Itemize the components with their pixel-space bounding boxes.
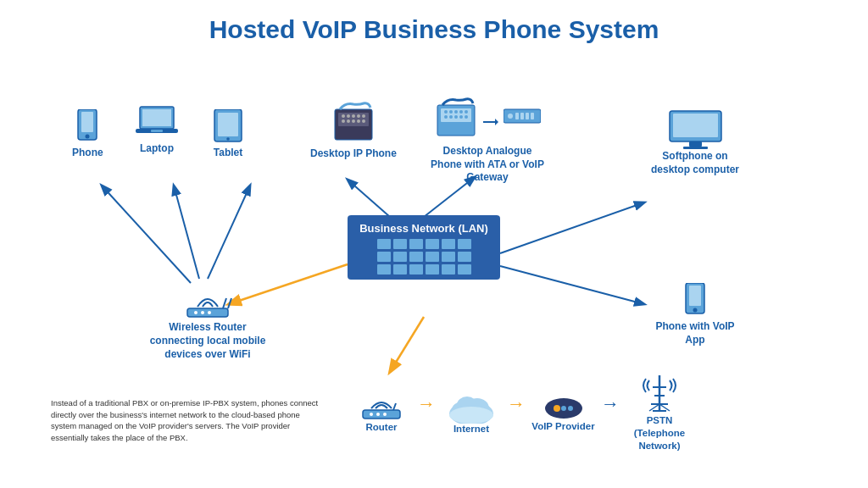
svg-point-76: [561, 406, 566, 411]
svg-point-25: [362, 114, 365, 118]
page-title: Hosted VoIP Business Phone System: [25, 15, 843, 44]
cloud-icon: [447, 390, 496, 424]
svg-point-37: [465, 110, 468, 114]
tablet-device: Tablet: [212, 109, 244, 158]
svg-point-23: [352, 114, 355, 118]
info-text-block: Instead of a traditional PBX or on-premi…: [51, 397, 322, 444]
svg-point-29: [357, 119, 360, 123]
voip-provider-icon: [542, 390, 586, 420]
svg-point-18: [226, 137, 230, 141]
softphone-device: Softphone on desktop computer: [644, 109, 746, 176]
voip-provider-item: VoIP Provider: [527, 390, 599, 433]
wireless-router: Wireless Router connecting local mobile …: [148, 283, 267, 362]
svg-point-24: [357, 114, 360, 118]
laptop-icon: [136, 105, 178, 142]
svg-point-67: [383, 413, 387, 416]
wifi-router-icon: [181, 283, 235, 320]
svg-line-62: [223, 298, 226, 308]
business-network: Business Network (LAN): [348, 215, 500, 280]
svg-rect-54: [683, 147, 708, 149]
desktop-ip-phone-icon: [331, 101, 376, 147]
svg-point-28: [352, 119, 355, 123]
svg-rect-13: [142, 109, 171, 126]
svg-rect-10: [81, 112, 93, 132]
bottom-connectivity-row: Router → Internet →: [348, 370, 698, 452]
svg-line-2: [174, 186, 199, 279]
svg-point-40: [454, 115, 458, 119]
svg-point-21: [342, 114, 345, 118]
pstn-tower-icon: [637, 370, 682, 414]
svg-point-57: [693, 308, 698, 313]
svg-point-22: [347, 114, 350, 118]
phone-icon: [74, 109, 101, 147]
svg-line-4: [348, 180, 390, 217]
router-item: Router: [348, 391, 415, 432]
svg-point-66: [376, 413, 380, 416]
svg-point-42: [465, 115, 468, 119]
internet-item: Internet: [437, 390, 505, 434]
svg-point-27: [347, 119, 350, 123]
svg-line-7: [500, 266, 644, 304]
svg-rect-48: [520, 113, 524, 119]
svg-point-33: [444, 110, 448, 114]
svg-line-83: [649, 404, 659, 411]
tablet-icon: [212, 109, 244, 147]
monitor-icon: [668, 109, 723, 150]
svg-point-65: [370, 413, 373, 416]
svg-point-41: [459, 115, 463, 119]
svg-rect-17: [218, 113, 238, 136]
svg-point-73: [449, 407, 493, 424]
svg-rect-49: [526, 113, 529, 119]
svg-line-6: [500, 202, 644, 253]
svg-point-11: [86, 135, 90, 139]
arrow-internet-voip: →: [507, 395, 526, 429]
svg-point-38: [444, 115, 448, 119]
svg-point-46: [508, 114, 513, 119]
svg-rect-47: [515, 113, 519, 119]
svg-point-75: [554, 405, 560, 412]
svg-rect-56: [689, 286, 701, 306]
phone-device: Phone: [72, 109, 103, 158]
svg-point-26: [342, 119, 345, 123]
desktop-ip-phone: Desktop IP Phone: [310, 101, 397, 161]
ata-arrow-icon: [483, 116, 498, 128]
svg-point-36: [459, 110, 463, 114]
svg-rect-52: [673, 114, 718, 137]
svg-rect-53: [689, 141, 702, 147]
svg-point-35: [454, 110, 458, 114]
laptop-device: Laptop: [136, 105, 178, 154]
svg-point-34: [449, 110, 453, 114]
svg-line-68: [393, 403, 396, 410]
arrow-router-internet: →: [417, 395, 436, 429]
voip-app-phone: Phone with VoIP App: [653, 283, 737, 347]
svg-point-61: [208, 311, 211, 314]
pstn-item: PSTN (Telephone Network): [621, 370, 698, 452]
svg-point-30: [362, 119, 365, 123]
analogue-phone-device: Desktop Analogue Phone with ATA or VoIP …: [428, 97, 547, 185]
analogue-phone-icon: [434, 97, 478, 143]
svg-line-84: [659, 404, 670, 411]
svg-point-59: [194, 311, 198, 314]
svg-point-60: [201, 311, 204, 314]
building-block: Business Network (LAN): [348, 215, 500, 280]
arrow-voip-pstn: →: [601, 395, 620, 429]
svg-point-39: [449, 115, 453, 119]
svg-line-1: [102, 186, 191, 283]
ata-box-icon: [504, 108, 541, 125]
svg-line-8: [390, 317, 424, 372]
svg-rect-64: [363, 410, 400, 419]
router-icon: [359, 391, 403, 422]
svg-line-63: [228, 298, 231, 308]
svg-marker-44: [495, 119, 498, 125]
voip-phone-icon: [682, 283, 709, 320]
svg-point-77: [568, 406, 573, 411]
svg-rect-50: [531, 113, 534, 119]
svg-rect-15: [151, 130, 163, 132]
diagram: Phone Laptop Tablet: [25, 54, 843, 469]
svg-line-3: [208, 186, 250, 279]
